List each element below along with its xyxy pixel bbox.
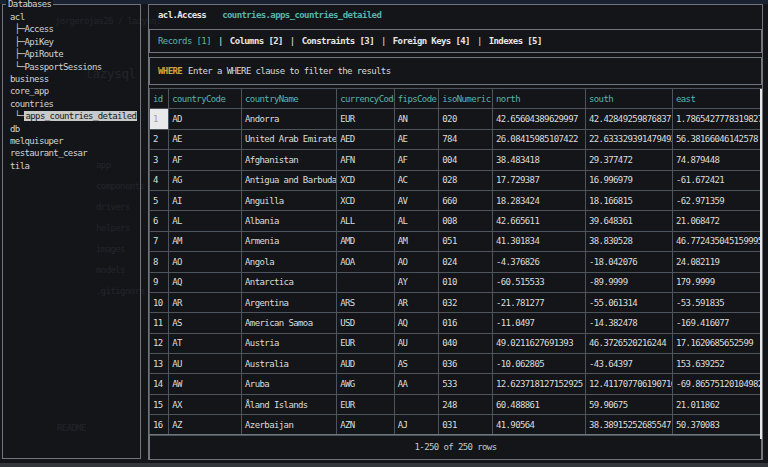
table-cell[interactable] <box>394 394 439 414</box>
tree-item-tila[interactable]: tila <box>10 160 140 172</box>
table-cell[interactable]: AM <box>169 231 242 251</box>
tree-item-access[interactable]: ├─Access <box>10 23 140 35</box>
view-tab-records-1-[interactable]: Records [1] <box>158 36 211 46</box>
table-cell[interactable]: Argentina <box>242 292 337 312</box>
table-cell[interactable]: AN <box>394 109 439 129</box>
table-cell[interactable]: EUR <box>337 109 395 129</box>
table-cell[interactable]: AWG <box>337 374 395 394</box>
table-cell[interactable]: 38.483418 <box>492 150 585 170</box>
table-cell[interactable]: 14 <box>150 374 169 394</box>
table-cell[interactable] <box>337 272 395 292</box>
table-cell[interactable]: 13 <box>150 354 169 374</box>
table-cell[interactable]: AMD <box>337 231 395 251</box>
table-cell[interactable]: AL <box>394 211 439 231</box>
table-cell[interactable]: AOA <box>337 252 395 272</box>
table-cell[interactable]: 60.488861 <box>492 394 585 414</box>
table-cell[interactable]: Azerbaijan <box>242 415 337 435</box>
table-cell[interactable]: AC <box>394 170 439 190</box>
tree-item-business[interactable]: business <box>10 73 140 85</box>
table-cell[interactable]: Antarctica <box>242 272 337 292</box>
table-cell[interactable]: 41.90564 <box>492 415 585 435</box>
table-cell[interactable]: 15 <box>150 394 169 414</box>
table-cell[interactable]: Andorra <box>242 109 337 129</box>
table-cell[interactable]: AJ <box>394 415 439 435</box>
table-cell[interactable]: Australia <box>242 354 337 374</box>
table-cell[interactable]: 031 <box>439 415 493 435</box>
table-cell[interactable]: -53.591835 <box>672 292 761 312</box>
table-cell[interactable]: -11.0497 <box>492 313 585 333</box>
table-cell[interactable]: 784 <box>439 129 493 149</box>
table-cell[interactable]: -21.781277 <box>492 292 585 312</box>
view-tab-constraints-3-[interactable]: Constraints [3] <box>302 36 374 46</box>
table-cell[interactable]: 49.0211627691393 <box>492 333 585 353</box>
table-cell[interactable]: 17.729387 <box>492 170 585 190</box>
table-cell[interactable]: 18.166815 <box>585 190 672 210</box>
table-cell[interactable]: 179.9999 <box>672 272 761 292</box>
table-cell[interactable]: Afghanistan <box>242 150 337 170</box>
table-cell[interactable]: 008 <box>439 211 493 231</box>
table-cell[interactable]: AL <box>169 211 242 231</box>
table-cell[interactable]: 29.377472 <box>585 150 672 170</box>
table-cell[interactable]: 248 <box>439 394 493 414</box>
view-tab-foreign-keys-4-[interactable]: Foreign Keys [4] <box>393 36 470 46</box>
table-cell[interactable]: AUD <box>337 354 395 374</box>
tree-item-passportsessions[interactable]: └─PassportSessions <box>10 61 140 73</box>
table-cell[interactable]: AT <box>169 333 242 353</box>
tree-item-melquisuper[interactable]: melquisuper <box>10 135 140 147</box>
table-cell[interactable]: Albania <box>242 211 337 231</box>
table-cell[interactable]: 22.633329391479492 <box>585 129 672 149</box>
table-cell[interactable]: 8 <box>150 252 169 272</box>
table-cell[interactable]: 2 <box>150 129 169 149</box>
table-cell[interactable]: 12.623718127152925 <box>492 374 585 394</box>
table-cell[interactable]: 12 <box>150 333 169 353</box>
table-cell[interactable]: -18.042076 <box>585 252 672 272</box>
table-cell[interactable]: AM <box>394 231 439 251</box>
table-cell[interactable]: AZ <box>169 415 242 435</box>
table-cell[interactable]: XCD <box>337 190 395 210</box>
table-cell[interactable]: -4.376826 <box>492 252 585 272</box>
table-cell[interactable]: AR <box>169 292 242 312</box>
table-cell[interactable]: AV <box>394 190 439 210</box>
table-cell[interactable]: 12.411707706190716 <box>585 374 672 394</box>
table-cell[interactable]: 17.1620685652599 <box>672 333 761 353</box>
table-cell[interactable]: -55.061314 <box>585 292 672 312</box>
table-cell[interactable]: 9 <box>150 272 169 292</box>
table-cell[interactable]: 39.648361 <box>585 211 672 231</box>
table-cell[interactable]: AFN <box>337 150 395 170</box>
table-cell[interactable]: American Samoa <box>242 313 337 333</box>
tree-item-acl[interactable]: acl <box>10 11 140 23</box>
table-cell[interactable]: 56.38166046142578 <box>672 129 761 149</box>
table-cell[interactable]: AF <box>169 150 242 170</box>
table-cell[interactable]: USD <box>337 313 395 333</box>
table-cell[interactable]: 5 <box>150 190 169 210</box>
table-cell[interactable]: 46.772435045159995 <box>672 231 761 251</box>
table-cell[interactable]: 036 <box>439 354 493 374</box>
table-cell[interactable]: 26.08415985107422 <box>492 129 585 149</box>
table-cell[interactable]: AZN <box>337 415 395 435</box>
table-cell[interactable]: 18.283424 <box>492 190 585 210</box>
table-cell[interactable]: AG <box>169 170 242 190</box>
table-cell[interactable]: AED <box>337 129 395 149</box>
table-cell[interactable]: 4 <box>150 170 169 190</box>
tree-item-restaurant-cesar[interactable]: restaurant_cesar <box>10 147 140 159</box>
table-cell[interactable]: 6 <box>150 211 169 231</box>
table-cell[interactable]: AX <box>169 394 242 414</box>
tab-countries-apps-countries-detailed[interactable]: countries.apps_countries_detailed <box>222 10 381 20</box>
table-cell[interactable]: AO <box>169 252 242 272</box>
table-cell[interactable]: Antigua and Barbuda <box>242 170 337 190</box>
table-cell[interactable]: AW <box>169 374 242 394</box>
table-cell[interactable]: AI <box>169 190 242 210</box>
table-cell[interactable]: -60.515533 <box>492 272 585 292</box>
table-cell[interactable]: AU <box>394 333 439 353</box>
view-tab-columns-2-[interactable]: Columns [2] <box>230 36 283 46</box>
table-cell[interactable]: XCD <box>337 170 395 190</box>
table-cell[interactable]: -89.9999 <box>585 272 672 292</box>
table-cell[interactable]: 74.879448 <box>672 150 761 170</box>
tree-item-apps-countries-detailed[interactable]: └─apps_countries_detailed <box>10 110 140 122</box>
table-cell[interactable]: 7 <box>150 231 169 251</box>
tree-item-apikey[interactable]: ├─ApiKey <box>10 36 140 48</box>
table-cell[interactable]: 42.665611 <box>492 211 585 231</box>
table-cell[interactable]: 38.38915252685547 <box>585 415 672 435</box>
table-cell[interactable]: 010 <box>439 272 493 292</box>
tree-item-apiroute[interactable]: ├─ApiRoute <box>10 48 140 60</box>
